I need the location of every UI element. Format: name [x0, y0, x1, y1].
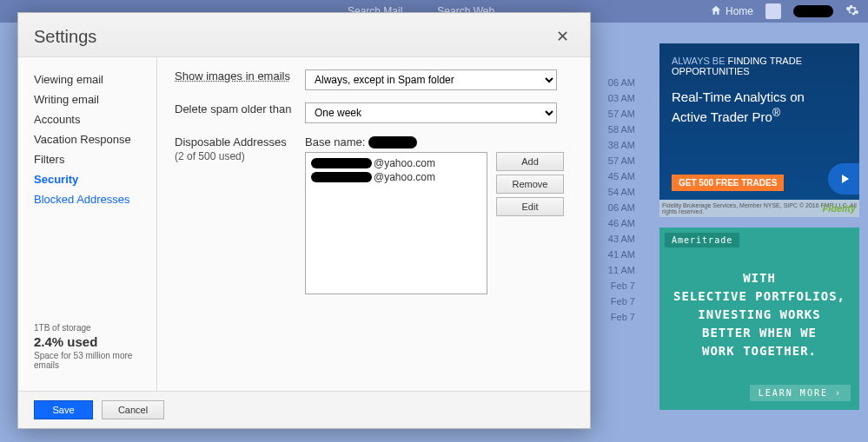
ad-cta-button[interactable]: GET 500 FREE TRADES [672, 175, 784, 191]
storage-note: Space for 53 million more emails [34, 351, 141, 370]
mail-time: 11 AM [586, 262, 635, 278]
remove-button[interactable]: Remove [496, 175, 564, 194]
list-item[interactable]: @yahoo.com [311, 156, 481, 170]
ameritrade-logo: Ameritrade [665, 233, 739, 247]
mail-time: 06 AM [586, 200, 635, 215]
sidebar-item-viewing-email[interactable]: Viewing email [18, 69, 156, 89]
gear-icon[interactable] [845, 3, 859, 20]
show-images-label: Show images in emails [175, 69, 305, 82]
storage-total: 1TB of storage [34, 323, 141, 333]
save-button[interactable]: Save [34, 400, 93, 419]
mail-time-column: 06 AM03 AM57 AM58 AM38 AM57 AM45 AM54 AM… [586, 23, 635, 325]
ad-column: ALWAYS BE FINDING TRADE OPPORTUNITIES Re… [659, 43, 859, 410]
mail-time: 43 AM [586, 231, 635, 247]
disposable-count: (2 of 500 used) [175, 150, 305, 162]
mail-time: 57 AM [586, 153, 635, 168]
modal-footer: Save Cancel [18, 391, 590, 428]
play-icon[interactable] [828, 163, 859, 195]
ad-ameritrade[interactable]: Ameritrade WITH SELECTIVE PORTFOLIOS, IN… [659, 228, 859, 410]
home-link[interactable]: Home [710, 4, 753, 19]
modal-header: Settings ✕ [18, 13, 590, 57]
ad2-cta-button[interactable]: LEARN MORE › [750, 385, 851, 401]
mail-time: 57 AM [586, 106, 635, 122]
mail-time: 41 AM [586, 247, 635, 262]
username-redacted [793, 5, 833, 17]
mail-time: Feb 7 [586, 309, 635, 325]
mail-time: 03 AM [586, 90, 635, 106]
mail-time: 45 AM [586, 168, 635, 184]
security-panel: Show images in emails Always, except in … [157, 57, 590, 391]
avatar[interactable] [765, 3, 781, 19]
list-item[interactable]: @yahoo.com [311, 170, 481, 184]
storage-info: 1TB of storage 2.4% used Space for 53 mi… [18, 323, 156, 379]
sidebar-item-vacation-response[interactable]: Vacation Response [18, 129, 156, 149]
delete-spam-select[interactable]: One week [305, 102, 557, 123]
home-label: Home [726, 5, 753, 17]
sidebar-item-writing-email[interactable]: Writing email [18, 89, 156, 109]
add-button[interactable]: Add [496, 152, 564, 171]
base-name-redacted [368, 136, 417, 148]
base-name-label: Base name: [305, 135, 365, 148]
sidebar-item-blocked-addresses[interactable]: Blocked Addresses [18, 189, 156, 209]
mail-time: 54 AM [586, 184, 635, 200]
show-images-select[interactable]: Always, except in Spam folder [305, 69, 557, 90]
cancel-button[interactable]: Cancel [102, 400, 164, 419]
edit-button[interactable]: Edit [496, 197, 564, 216]
mail-time: 38 AM [586, 137, 635, 153]
ad-fidelity[interactable]: ALWAYS BE FINDING TRADE OPPORTUNITIES Re… [659, 43, 859, 217]
sidebar-item-accounts[interactable]: Accounts [18, 109, 156, 129]
fidelity-logo: Fidelity [822, 203, 856, 214]
settings-modal: Settings ✕ Viewing email Writing email A… [17, 12, 591, 429]
settings-sidebar: Viewing email Writing email Accounts Vac… [18, 57, 157, 391]
mail-time: Feb 7 [586, 294, 635, 309]
sidebar-item-filters[interactable]: Filters [18, 149, 156, 169]
sidebar-item-security[interactable]: Security [18, 169, 156, 189]
storage-percent: 2.4% used [34, 334, 141, 349]
disposable-address-list[interactable]: @yahoo.com @yahoo.com [305, 152, 487, 294]
modal-title: Settings [34, 27, 96, 47]
mail-time: 58 AM [586, 122, 635, 137]
mail-time: 46 AM [586, 215, 635, 231]
mail-time: 06 AM [586, 75, 635, 90]
disposable-addresses-label: Disposable Addresses [175, 135, 287, 148]
mail-time: Feb 7 [586, 278, 635, 294]
delete-spam-label: Delete spam older than [175, 102, 305, 115]
home-icon [710, 4, 722, 19]
close-icon[interactable]: ✕ [551, 25, 574, 48]
